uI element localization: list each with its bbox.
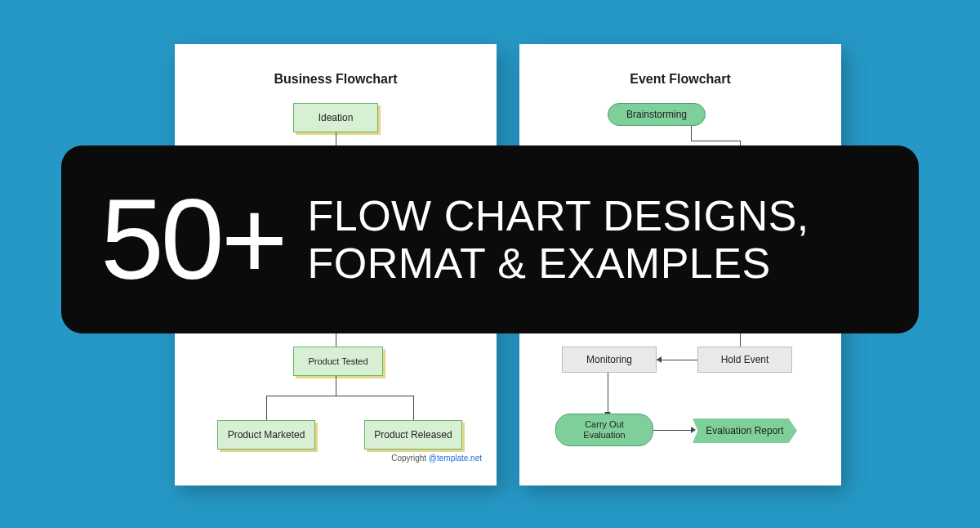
connector-line [336, 376, 336, 396]
node-product-marketed: Product Marketed [217, 420, 315, 450]
node-product-tested: Product Tested [293, 347, 383, 376]
banner-headline: FLOW CHART DESIGNS, FORMAT & EXAMPLES [307, 192, 808, 287]
banner-line-1: FLOW CHART DESIGNS, [307, 192, 808, 239]
event-flowchart-title: Event Flowchart [519, 72, 841, 87]
connector-line [657, 360, 697, 360]
copyright-link: @template.net [429, 454, 482, 463]
connector-line [266, 396, 267, 420]
connector-line [413, 396, 414, 420]
node-hold-event: Hold Event [697, 347, 792, 373]
banner-line-2: FORMAT & EXAMPLES [307, 239, 808, 287]
banner-number: 50+ [100, 182, 284, 297]
business-flowchart-title: Business Flowchart [175, 72, 497, 87]
node-brainstorming: Brainstorming [608, 103, 706, 126]
connector-line [691, 126, 692, 141]
connector-line [691, 141, 740, 141]
connector-line [653, 430, 693, 431]
node-ideation: Ideation [293, 103, 378, 132]
copyright-label: Copyright [391, 454, 429, 463]
arrow-icon [691, 427, 696, 433]
connector-line [266, 396, 413, 396]
node-product-released: Product Released [364, 420, 462, 450]
copyright-text: Copyright @template.net [391, 454, 482, 463]
title-banner: 50+ FLOW CHART DESIGNS, FORMAT & EXAMPLE… [61, 145, 919, 333]
node-evaluation-report: Evaluation Report [693, 418, 797, 443]
node-carry-out-evaluation: Carry Out Evaluation [555, 414, 653, 446]
connector-line [608, 373, 608, 414]
node-monitoring: Monitoring [562, 347, 657, 373]
arrow-icon [657, 356, 662, 363]
